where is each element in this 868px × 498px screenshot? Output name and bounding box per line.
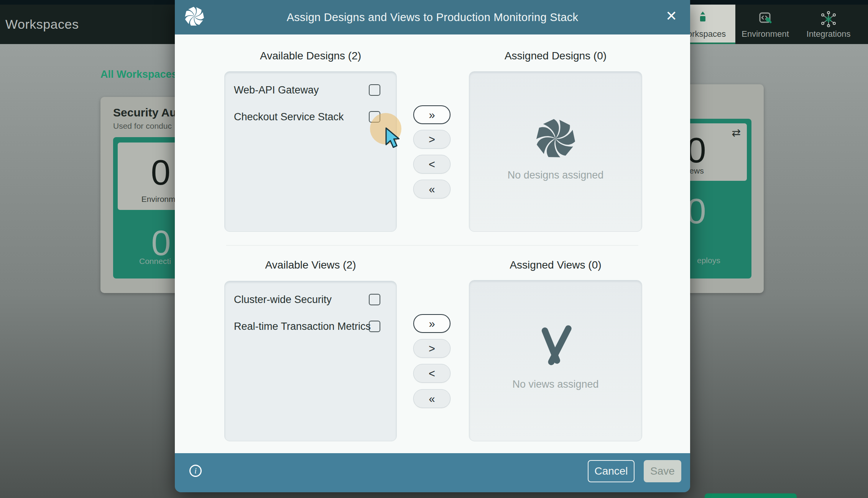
view-item-label: Cluster-wide Security: [234, 294, 332, 306]
assigned-views-panel: No views assigned: [469, 280, 642, 441]
assigned-views-header: Assigned Views (0): [469, 259, 642, 271]
dialog-title: Assign Designs and Views to Production M…: [175, 11, 690, 24]
move-all-designs-left-button[interactable]: «: [413, 180, 450, 198]
stat-label: eploys: [697, 256, 720, 265]
environment-icon: [758, 11, 773, 26]
cancel-button[interactable]: Cancel: [588, 460, 635, 482]
tab-label: Environment: [732, 29, 798, 39]
available-views-list: Cluster-wide Security Real-time Transact…: [224, 281, 397, 441]
move-views-left-button[interactable]: <: [413, 364, 450, 383]
move-all-designs-right-button[interactable]: »: [413, 105, 450, 124]
tab-integrations[interactable]: Integrations: [798, 5, 859, 44]
available-designs-header: Available Designs (2): [224, 50, 397, 62]
move-designs-right-button[interactable]: >: [413, 130, 450, 149]
save-button[interactable]: Save: [644, 460, 681, 482]
dialog-body: Available Designs (2) Assigned Designs (…: [175, 34, 690, 453]
move-all-views-left-button[interactable]: «: [413, 389, 450, 408]
move-all-views-right-button[interactable]: »: [413, 314, 450, 333]
assigned-designs-header: Assigned Designs (0): [469, 50, 642, 62]
no-designs-assigned-text: No designs assigned: [469, 169, 642, 181]
design-item-checkbox[interactable]: [369, 84, 380, 96]
view-item-label: Real-time Transaction Metrics: [234, 321, 371, 333]
section-divider: [226, 245, 638, 246]
design-item-label: Web-API Gateway: [234, 84, 319, 96]
available-designs-list: Web-API Gateway Checkout Service Stack: [224, 71, 397, 232]
card-title: Security Aud: [113, 106, 184, 119]
workspaces-icon: [700, 11, 706, 23]
swap-icon: ⇄: [732, 126, 741, 139]
breadcrumb-all-workspaces-link[interactable]: All Workspaces: [100, 69, 178, 80]
integrations-icon: [820, 11, 837, 28]
view-list-item[interactable]: Real-time Transaction Metrics: [225, 314, 396, 339]
move-designs-left-button[interactable]: <: [413, 155, 450, 174]
meshery-design-logo-icon: [533, 116, 578, 161]
design-list-item[interactable]: Web-API Gateway: [225, 78, 396, 102]
assign-designs-views-dialog: Assign Designs and Views to Production M…: [175, 0, 690, 492]
stat-label: Connecti: [139, 257, 171, 266]
dialog-footer: i Cancel Save: [175, 453, 690, 492]
card-subtitle: Used for conduc: [113, 121, 172, 131]
tab-environment[interactable]: Environment: [732, 5, 798, 44]
info-icon[interactable]: i: [189, 465, 202, 477]
screen: Workspaces Workspaces Environment: [0, 0, 868, 498]
views-logo-icon: [531, 323, 580, 369]
view-item-checkbox[interactable]: [369, 321, 380, 332]
page-title: Workspaces: [5, 17, 79, 32]
mouse-cursor: [384, 126, 404, 148]
assigned-designs-panel: No designs assigned: [469, 71, 642, 232]
move-views-right-button[interactable]: >: [413, 339, 450, 358]
close-icon[interactable]: ✕: [663, 8, 680, 25]
available-views-header: Available Views (2): [224, 259, 397, 271]
design-item-label: Checkout Service Stack: [234, 111, 344, 123]
view-item-checkbox[interactable]: [369, 294, 380, 305]
view-list-item[interactable]: Cluster-wide Security: [225, 287, 396, 312]
background-green-button: [705, 493, 797, 498]
tab-label: Integrations: [798, 29, 859, 39]
dialog-header: Assign Designs and Views to Production M…: [175, 0, 690, 34]
no-views-assigned-text: No views assigned: [469, 378, 642, 390]
